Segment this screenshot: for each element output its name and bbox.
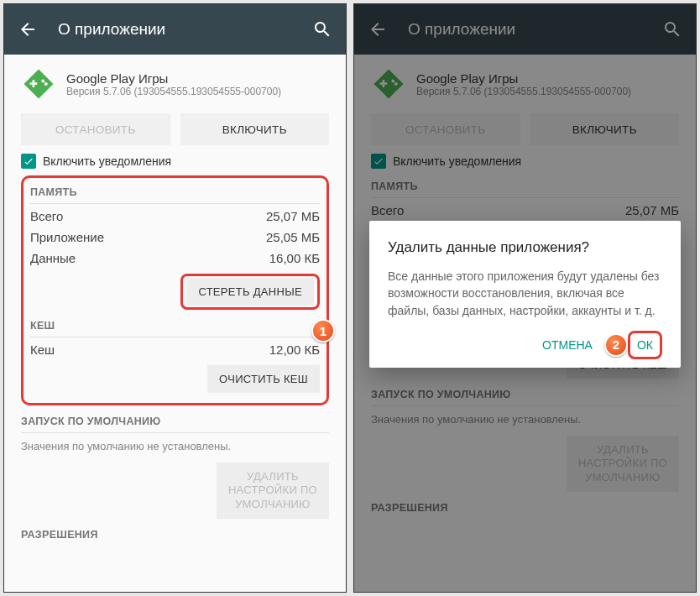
dialog-body: Все данные этого приложения будут удален… xyxy=(388,268,662,319)
cache-label: Кеш xyxy=(30,342,55,357)
back-icon[interactable] xyxy=(18,19,38,39)
section-defaults: ЗАПУСК ПО УМОЛЧАНИЮ xyxy=(21,410,329,431)
notifications-label: Включить уведомления xyxy=(43,154,171,168)
highlight-storage: ПАМЯТЬ Всего25,07 МБ Приложение25,05 МБ … xyxy=(21,175,329,405)
content: Google Play Игры Версия 5.7.06 (19305455… xyxy=(4,55,346,544)
screenshot-right: О приложении Google Play Игры Версия 5.7… xyxy=(353,3,697,593)
defaults-note: Значения по умолчанию не установлены. xyxy=(21,435,329,457)
enable-button[interactable]: ВКЛЮЧИТЬ xyxy=(180,113,330,145)
svg-point-1 xyxy=(44,82,48,86)
app-size-label: Приложение xyxy=(30,230,104,244)
app-name: Google Play Игры xyxy=(66,71,281,86)
total-value: 25,07 МБ xyxy=(266,209,320,223)
app-version: Версия 5.7.06 (193054555.193054555-00070… xyxy=(66,86,281,97)
stop-button: ОСТАНОВИТЬ xyxy=(21,113,170,145)
screenshot-left: О приложении Google Play Игры Версия 5.7… xyxy=(3,3,347,593)
section-permissions: РАЗРЕШЕНИЯ xyxy=(21,524,329,544)
google-play-games-icon xyxy=(21,66,56,102)
notifications-toggle[interactable]: Включить уведомления xyxy=(21,154,329,169)
total-label: Всего xyxy=(30,209,63,223)
data-value: 16,00 КБ xyxy=(269,251,320,265)
data-label: Данные xyxy=(30,251,76,265)
clear-cache-button[interactable]: ОЧИСТИТЬ КЕШ xyxy=(207,365,320,393)
ok-button[interactable]: ОК xyxy=(632,335,658,355)
highlight-ok: ОК xyxy=(628,331,662,359)
app-header: Google Play Игры Версия 5.7.06 (19305455… xyxy=(21,66,329,102)
confirm-dialog: Удалить данные приложения? Все данные эт… xyxy=(369,221,681,368)
section-cache: КЕШ xyxy=(30,315,320,335)
svg-point-0 xyxy=(41,80,44,83)
clear-data-button[interactable]: СТЕРЕТЬ ДАННЫЕ xyxy=(186,278,314,306)
checkbox-checked-icon xyxy=(21,154,36,169)
app-size-value: 25,05 МБ xyxy=(266,230,320,244)
section-storage: ПАМЯТЬ xyxy=(30,181,320,201)
cache-value: 12,00 КБ xyxy=(269,342,320,357)
svg-rect-3 xyxy=(33,80,35,87)
dialog-title: Удалить данные приложения? xyxy=(388,239,662,256)
cancel-button[interactable]: ОТМЕНА xyxy=(534,332,601,358)
search-icon[interactable] xyxy=(312,19,332,39)
clear-defaults-button: УДАЛИТЬ НАСТРОЙКИ ПО УМОЛЧАНИЮ xyxy=(217,463,329,519)
step-badge-2: 2 xyxy=(604,333,628,357)
page-title: О приложении xyxy=(58,20,312,39)
appbar: О приложении xyxy=(4,4,346,55)
step-badge-1: 1 xyxy=(311,319,335,342)
